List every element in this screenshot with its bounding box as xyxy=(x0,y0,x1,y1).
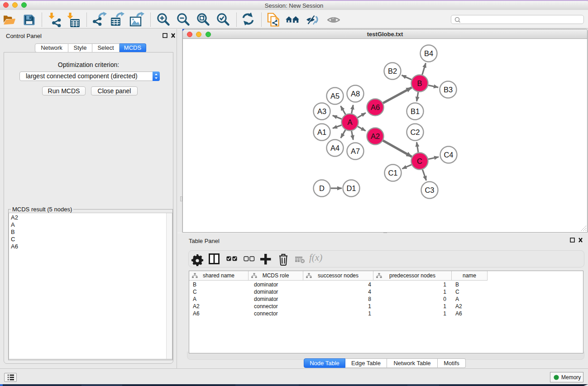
svg-text:A4: A4 xyxy=(330,144,339,152)
svg-text:A8: A8 xyxy=(351,90,360,98)
svg-text:C2: C2 xyxy=(410,128,420,136)
svg-text:B3: B3 xyxy=(444,86,453,94)
svg-text:C: C xyxy=(417,157,422,165)
svg-text:A2: A2 xyxy=(371,132,380,140)
svg-text:B4: B4 xyxy=(424,49,433,57)
svg-text:D: D xyxy=(319,184,325,192)
svg-text:C3: C3 xyxy=(425,186,434,194)
svg-text:A5: A5 xyxy=(330,92,339,100)
svg-text:A: A xyxy=(347,118,352,126)
svg-text:C1: C1 xyxy=(388,169,397,177)
svg-text:B: B xyxy=(417,79,422,87)
svg-text:B1: B1 xyxy=(411,107,420,115)
svg-text:A6: A6 xyxy=(371,103,380,111)
svg-text:D1: D1 xyxy=(346,184,356,192)
svg-text:A3: A3 xyxy=(317,107,326,115)
svg-text:C4: C4 xyxy=(444,151,453,159)
svg-text:B2: B2 xyxy=(388,67,397,75)
svg-text:A7: A7 xyxy=(351,147,360,155)
svg-text:A1: A1 xyxy=(317,128,326,136)
